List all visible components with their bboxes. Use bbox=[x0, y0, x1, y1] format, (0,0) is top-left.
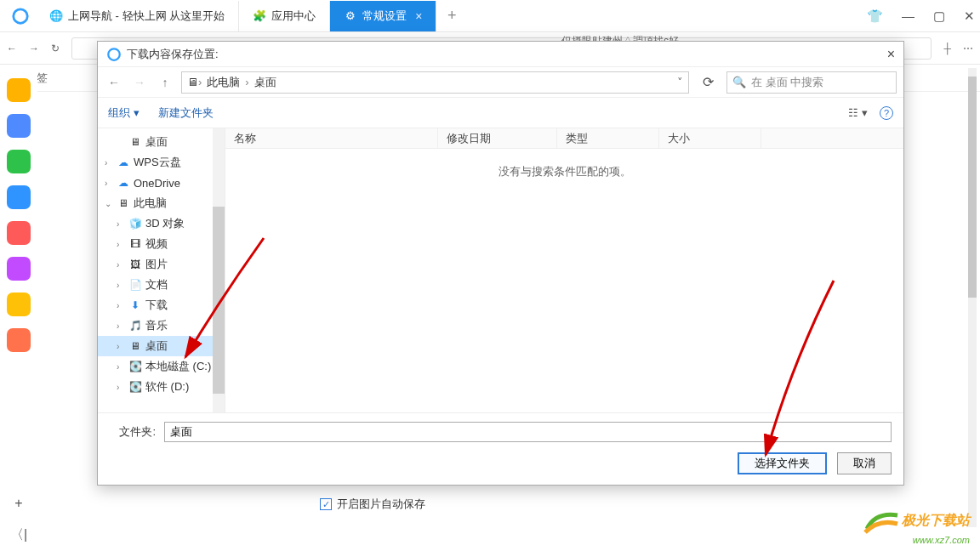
expand-icon[interactable]: › bbox=[117, 301, 125, 310]
col-type[interactable]: 类型 bbox=[557, 128, 659, 148]
forward-button[interactable]: → bbox=[29, 43, 39, 54]
expand-icon[interactable]: › bbox=[117, 362, 125, 372]
app-tile-6[interactable] bbox=[7, 293, 31, 316]
path-bar[interactable]: 🖥 › 此电脑 › 桌面 ˅ bbox=[181, 71, 689, 94]
node-icon: ☁ bbox=[117, 176, 130, 190]
expand-icon[interactable]: › bbox=[105, 179, 113, 188]
tree-node-10[interactable]: ›🖥桌面 bbox=[98, 336, 225, 356]
tree-node-3[interactable]: ⌄🖥此电脑 bbox=[98, 193, 225, 213]
nav-forward-button[interactable]: → bbox=[130, 76, 149, 89]
node-label: 软件 (D:) bbox=[145, 379, 189, 395]
add-tab-button[interactable]: + bbox=[436, 7, 467, 25]
nav-back-button[interactable]: ← bbox=[105, 76, 123, 89]
add-tab-button-2[interactable]: ┼ bbox=[943, 43, 951, 54]
add-app-button[interactable]: + bbox=[14, 496, 22, 511]
tree-node-0[interactable]: 🖥桌面 bbox=[98, 132, 225, 152]
col-name[interactable]: 名称 bbox=[225, 128, 438, 148]
dialog-title-bar: 下载内容保存位置: × bbox=[98, 42, 903, 67]
node-icon: 💽 bbox=[128, 360, 142, 373]
node-label: WPS云盘 bbox=[134, 155, 181, 170]
page-scrollbar[interactable] bbox=[968, 68, 977, 527]
title-bar: 🌐 上网导航 - 轻快上网 从这里开始 🧩 应用中心 ⚙ 常规设置 × + 👕 … bbox=[0, 0, 980, 32]
menu-button[interactable]: ⋯ bbox=[963, 43, 973, 54]
tab-nav-home[interactable]: 🌐 上网导航 - 轻快上网 从这里开始 bbox=[36, 1, 239, 31]
new-folder-button[interactable]: 新建文件夹 bbox=[158, 105, 214, 121]
tree-scrollbar[interactable] bbox=[213, 128, 225, 412]
organize-button[interactable]: 组织 ▾ bbox=[108, 105, 140, 121]
col-size[interactable]: 大小 bbox=[659, 128, 761, 148]
dialog-nav-bar: ← → ↑ 🖥 › 此电脑 › 桌面 ˅ ⟳ 🔍 在 桌面 中搜索 bbox=[98, 67, 903, 98]
window-controls: 👕 — ▢ ✕ bbox=[867, 9, 980, 24]
tree-node-8[interactable]: ›⬇下载 bbox=[98, 295, 225, 315]
dialog-close-button[interactable]: × bbox=[887, 47, 895, 62]
refresh-button[interactable]: ⟳ bbox=[696, 74, 720, 90]
path-segment[interactable]: 桌面 bbox=[249, 75, 282, 90]
tab-label: 上网导航 - 轻快上网 从这里开始 bbox=[68, 9, 225, 24]
tree-node-12[interactable]: ›💽软件 (D:) bbox=[98, 377, 225, 397]
app-tile-1[interactable] bbox=[7, 114, 31, 138]
scrollbar-thumb[interactable] bbox=[968, 77, 977, 298]
close-button[interactable]: ✕ bbox=[964, 9, 975, 24]
view-mode-button[interactable]: ☷ ▾ bbox=[848, 106, 868, 119]
node-icon: ☁ bbox=[117, 156, 130, 169]
app-tile-5[interactable] bbox=[7, 257, 31, 281]
tree-node-6[interactable]: ›🖼图片 bbox=[98, 254, 225, 275]
expand-icon[interactable]: › bbox=[105, 158, 113, 168]
search-box[interactable]: 🔍 在 桌面 中搜索 bbox=[726, 71, 897, 94]
globe-icon: 🌐 bbox=[49, 9, 63, 23]
tree-node-11[interactable]: ›💽本地磁盘 (C:) bbox=[98, 356, 225, 377]
folder-input[interactable] bbox=[164, 422, 892, 442]
tree-node-9[interactable]: ›🎵音乐 bbox=[98, 315, 225, 336]
svg-point-0 bbox=[14, 9, 28, 23]
tree-node-4[interactable]: ›🧊3D 对象 bbox=[98, 213, 225, 234]
checkbox-label: 开启图片自动保存 bbox=[337, 497, 425, 512]
tab-app-center[interactable]: 🧩 应用中心 bbox=[239, 1, 330, 31]
dialog-bottom: 文件夹: 选择文件夹 取消 bbox=[98, 412, 903, 485]
folder-label: 文件夹: bbox=[110, 424, 156, 440]
node-label: 3D 对象 bbox=[145, 216, 185, 231]
puzzle-icon: 🧩 bbox=[253, 9, 266, 23]
node-icon: 🖼 bbox=[128, 258, 142, 271]
tree-node-7[interactable]: ›📄文档 bbox=[98, 275, 225, 295]
reload-button[interactable]: ↻ bbox=[51, 43, 60, 54]
node-label: 文档 bbox=[145, 277, 168, 293]
expand-icon[interactable]: › bbox=[117, 260, 125, 270]
back-button[interactable]: ← bbox=[7, 43, 17, 54]
minimize-button[interactable]: — bbox=[902, 9, 914, 23]
nav-up-button[interactable]: ↑ bbox=[156, 76, 174, 89]
tree-node-1[interactable]: ›☁WPS云盘 bbox=[98, 152, 225, 173]
path-segment[interactable]: 此电脑 bbox=[202, 75, 245, 90]
tab-settings[interactable]: ⚙ 常规设置 × bbox=[330, 1, 436, 31]
cancel-button[interactable]: 取消 bbox=[837, 452, 892, 474]
help-button[interactable]: ? bbox=[880, 106, 893, 120]
node-icon: 🖥 bbox=[128, 339, 142, 353]
node-label: 桌面 bbox=[145, 338, 168, 354]
app-tile-0[interactable] bbox=[7, 78, 31, 102]
expand-icon[interactable]: ⌄ bbox=[105, 199, 113, 208]
close-icon[interactable]: × bbox=[415, 9, 422, 23]
expand-icon[interactable]: › bbox=[117, 321, 125, 331]
expand-icon[interactable]: › bbox=[117, 281, 125, 290]
folder-tree[interactable]: 🖥桌面›☁WPS云盘›☁OneDrive⌄🖥此电脑›🧊3D 对象›🎞视频›🖼图片… bbox=[98, 128, 225, 412]
tree-node-5[interactable]: ›🎞视频 bbox=[98, 234, 225, 254]
extensions-icon[interactable]: 👕 bbox=[867, 9, 883, 24]
tab-label: 应用中心 bbox=[271, 9, 316, 24]
expand-icon[interactable]: › bbox=[117, 342, 125, 351]
node-icon: ⬇ bbox=[128, 298, 142, 312]
auto-save-images-checkbox[interactable]: ✓ 开启图片自动保存 bbox=[320, 497, 425, 512]
app-tile-3[interactable] bbox=[7, 185, 31, 209]
tree-scrollbar-thumb[interactable] bbox=[213, 207, 225, 394]
select-folder-button[interactable]: 选择文件夹 bbox=[738, 452, 827, 474]
expand-icon[interactable]: › bbox=[117, 383, 125, 392]
app-tile-4[interactable] bbox=[7, 221, 31, 245]
maximize-button[interactable]: ▢ bbox=[933, 9, 945, 24]
path-dropdown-icon[interactable]: ˅ bbox=[677, 76, 683, 88]
app-tile-7[interactable] bbox=[7, 328, 31, 352]
col-modified[interactable]: 修改日期 bbox=[438, 128, 557, 148]
app-tile-2[interactable] bbox=[7, 150, 31, 173]
tree-node-2[interactable]: ›☁OneDrive bbox=[98, 173, 225, 193]
expand-icon[interactable]: › bbox=[117, 240, 125, 249]
collapse-sidebar-button[interactable]: 〈| bbox=[10, 526, 27, 544]
node-label: 桌面 bbox=[145, 134, 168, 150]
expand-icon[interactable]: › bbox=[117, 219, 125, 229]
